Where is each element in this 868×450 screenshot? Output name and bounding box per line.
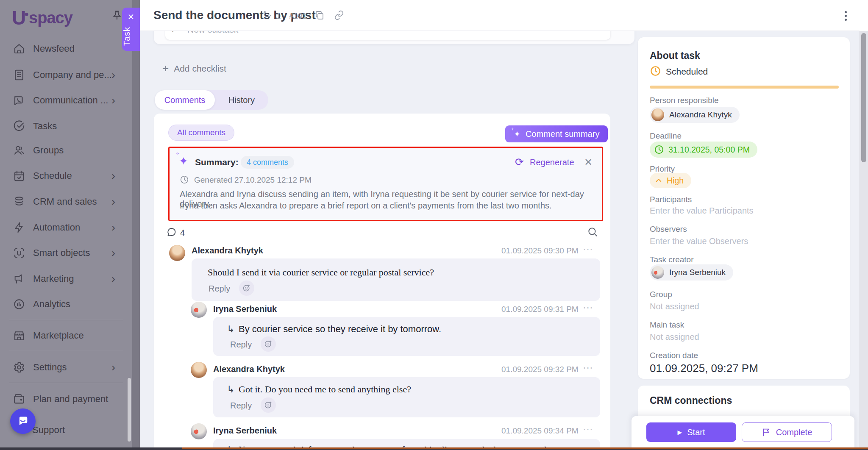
sidebar-divider (9, 383, 123, 383)
deadline-chip[interactable]: 31.10.2025, 05:00 PM (650, 142, 757, 158)
sidebar-item-label: Plan and payment (33, 394, 108, 405)
avatar[interactable] (191, 302, 207, 318)
chevron-right-icon: › (111, 249, 115, 257)
close-icon[interactable]: ✕ (122, 12, 140, 22)
sidebar-item-automation[interactable]: Automation › (0, 218, 132, 237)
tab-history[interactable]: History (215, 90, 268, 110)
comment-menu-icon[interactable]: ⋯ (583, 362, 594, 374)
avatar[interactable] (169, 245, 185, 261)
sidebar-item-schedule[interactable]: Schedule › (0, 167, 132, 185)
participants-input-placeholder[interactable]: Enter the value Participants (650, 206, 754, 216)
close-summary-icon[interactable]: ✕ (584, 156, 593, 168)
sidebar-item-analytics[interactable]: Analytics (0, 295, 132, 314)
subtasks-icon[interactable] (263, 10, 273, 20)
comment-menu-icon[interactable]: ⋯ (583, 423, 594, 435)
link-icon[interactable] (334, 10, 344, 20)
task-creator-chip[interactable]: Iryna Serbeniuk (650, 264, 733, 281)
comment-author[interactable]: Iryna Serbeniuk (213, 304, 277, 314)
sparkle-icon: ✧✦ (179, 155, 188, 167)
home-icon (13, 42, 25, 55)
add-reaction-icon[interactable] (261, 397, 276, 413)
add-reaction-icon[interactable] (239, 281, 254, 296)
sidebar-item-communication[interactable]: Communication ... › (0, 91, 132, 110)
field-label: Person responsible (650, 96, 719, 105)
sidebar-item-label: Automation (33, 222, 80, 233)
regenerate-button[interactable]: Regenerate (530, 158, 574, 167)
comment-text: Got it. Do you need me to send anything … (239, 384, 411, 395)
page-scrollbar-thumb[interactable] (861, 33, 866, 162)
chevron-right-icon: › (111, 223, 115, 232)
sidebar-item-label: Company and pe... (33, 69, 112, 81)
sidebar-item-newsfeed[interactable]: Newsfeed (0, 39, 132, 58)
sidebar-item-label: Newsfeed (33, 43, 75, 54)
search-icon[interactable] (587, 226, 598, 237)
plus-icon: + (162, 62, 169, 75)
comment-summary-button[interactable]: ✧✦ Comment summary (505, 125, 608, 142)
comment-bubble: Should I send it via courier service or … (192, 258, 600, 301)
comment-count: 4 (180, 228, 185, 238)
complete-label: Complete (776, 428, 812, 437)
complete-button[interactable]: Complete (742, 422, 832, 442)
summary-text: Iryna then asks Alexandra to prepare a b… (180, 201, 595, 211)
comment-menu-icon[interactable]: ⋯ (583, 243, 594, 255)
megaphone-icon (13, 272, 25, 285)
comment-author[interactable]: Iryna Serbeniuk (213, 426, 277, 436)
tab-comments[interactable]: Comments (155, 90, 215, 110)
clock-icon (654, 144, 664, 155)
copy-icon[interactable] (314, 10, 325, 20)
logo-text: spacy (29, 9, 72, 27)
reply-button[interactable]: Reply (230, 401, 252, 411)
avatar[interactable] (191, 362, 207, 378)
avatar[interactable] (191, 423, 207, 439)
sidebar-item-crm[interactable]: CRM and sales › (0, 192, 132, 211)
comment-timestamp: 01.09.2025 09:30 PM (501, 246, 579, 256)
observers-input-placeholder[interactable]: Enter the value Observers (650, 236, 748, 246)
chevron-right-icon: › (111, 275, 115, 283)
pin-sidebar-icon[interactable] (111, 9, 123, 21)
sidebar-divider (9, 351, 123, 351)
reply-button[interactable]: Reply (209, 284, 230, 294)
comment-author[interactable]: Alexandra Khytyk (192, 246, 263, 256)
gear-icon (13, 361, 25, 374)
creation-date-value: 01.09.2025, 09:27 PM (650, 362, 758, 375)
add-reaction-icon[interactable] (261, 336, 276, 352)
chat-phone-icon (13, 94, 25, 107)
sidebar-item-groups[interactable]: Groups (0, 141, 132, 160)
support-chat-button[interactable] (10, 408, 36, 434)
comment-bubble: ↳ Got it. Do you need me to send anythin… (213, 377, 600, 417)
task-header: Send the documents by post 1 #191 (140, 0, 868, 31)
kebab-menu-icon[interactable] (843, 9, 848, 22)
smart-objects-icon (13, 247, 25, 259)
chevron-right-icon: › (111, 197, 115, 206)
sidebar-item-label: Smart objects (33, 247, 90, 258)
all-comments-filter[interactable]: All comments (168, 125, 234, 141)
deadline-value: 31.10.2025, 05:00 PM (668, 145, 750, 155)
comment-author[interactable]: Alexandra Khytyk (213, 364, 285, 374)
field-label: Group (650, 290, 672, 299)
comment-timestamp: 01.09.2025 09:34 PM (501, 426, 579, 436)
sidebar-item-label: Support (32, 425, 65, 436)
uspacy-logo[interactable]: U●spacy (12, 7, 72, 29)
summary-generated-at: Generated 27.10.2025 12:12 PM (194, 175, 312, 185)
sidebar-item-smart-objects[interactable]: Smart objects › (0, 244, 132, 262)
comment-menu-icon[interactable]: ⋯ (583, 302, 594, 314)
field-label: Participants (650, 195, 692, 204)
subtask-count: 1 (276, 11, 281, 21)
sidebar-item-settings[interactable]: Settings › (0, 358, 132, 377)
task-actions-bar: ▶ Start Complete (632, 416, 854, 450)
add-checklist-button[interactable]: + Add checklist (162, 62, 226, 75)
reply-button[interactable]: Reply (230, 340, 252, 350)
task-tab-label: Task (122, 25, 140, 47)
priority-chip[interactable]: High (650, 173, 691, 188)
flag-icon (762, 428, 771, 437)
task-panel-tab[interactable]: ✕ Task (122, 8, 140, 51)
sidebar-scrollbar[interactable] (128, 378, 131, 442)
status-clock-icon (650, 65, 661, 77)
sidebar-item-company[interactable]: Company and pe... › (0, 66, 132, 84)
start-button[interactable]: ▶ Start (646, 422, 736, 442)
sidebar-item-tasks[interactable]: Tasks (0, 117, 132, 136)
sidebar-item-marketplace[interactable]: Marketplace (0, 326, 132, 345)
sidebar-item-plan-payment[interactable]: Plan and payment (0, 390, 132, 408)
person-responsible-chip[interactable]: Alexandra Khytyk (650, 107, 740, 123)
sidebar-item-marketing[interactable]: Marketing › (0, 269, 132, 288)
